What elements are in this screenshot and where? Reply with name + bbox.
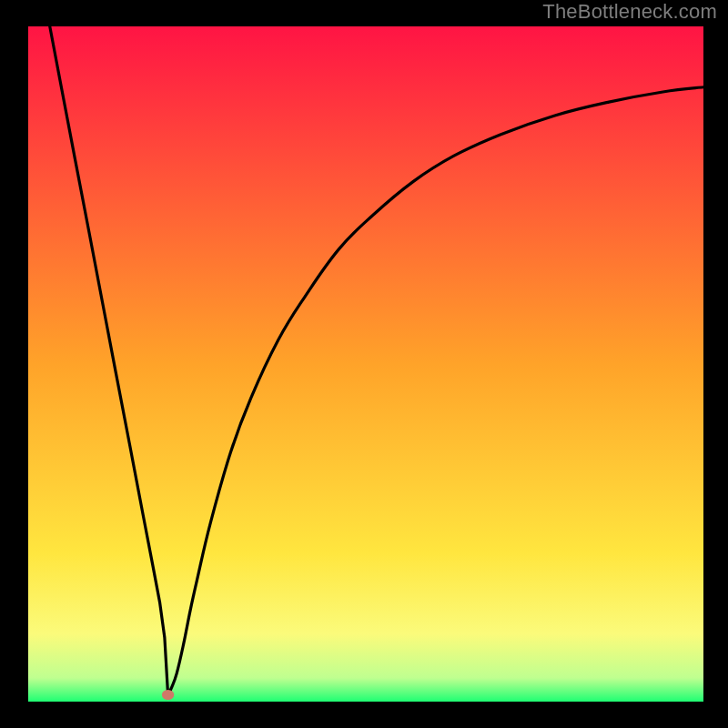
plot-background <box>28 26 703 702</box>
chart-frame: TheBottleneck.com <box>0 0 728 728</box>
optimum-marker <box>162 690 174 700</box>
bottleneck-chart <box>0 0 728 728</box>
watermark-text: TheBottleneck.com <box>542 0 717 24</box>
